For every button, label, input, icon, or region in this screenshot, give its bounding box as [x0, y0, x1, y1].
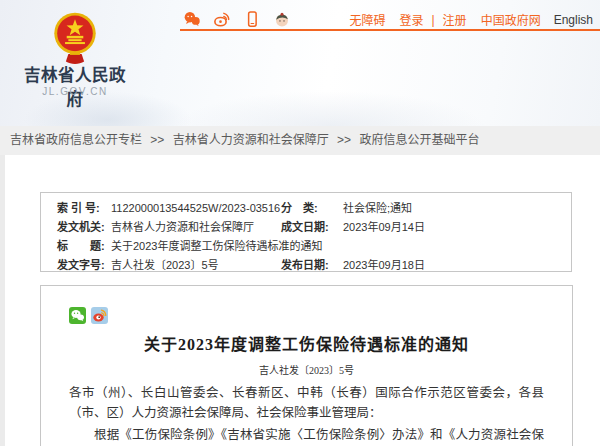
breadcrumb-item-hr-dept[interactable]: 吉林省人力资源和社会保障厅	[173, 133, 329, 147]
topbar-divider: |	[431, 13, 434, 27]
mascot-icon[interactable]	[273, 10, 291, 28]
page-left-edge	[0, 155, 5, 446]
article-paragraph-basis: 根据《工伤保险条例》《吉林省实施〈工伤保险条例〉办法》和《人力资源社会保障部关于…	[69, 426, 544, 446]
meta-row: 标 题: 关于2023年度调整工伤保险待遇标准的通知	[57, 238, 571, 257]
national-emblem-logo	[50, 11, 100, 69]
social-icons	[183, 10, 291, 28]
china-gov-link[interactable]: 中国政府网	[481, 11, 541, 28]
article-paragraph-recipients: 各市（州）、长白山管委会、长春新区、中韩（长春）国际合作示范区管委会，各县（市、…	[69, 384, 544, 423]
meta-label-title: 标 题:	[57, 238, 109, 257]
breadcrumb-separator: >>	[337, 133, 351, 147]
meta-label-doc-number: 发文字号:	[57, 257, 109, 276]
mobile-icon[interactable]	[243, 10, 261, 28]
article-title: 关于2023年度调整工伤保险待遇标准的通知	[69, 331, 544, 355]
weibo-share-icon[interactable]	[91, 307, 108, 324]
meta-label-issuer: 发文机关:	[57, 219, 109, 238]
breadcrumb-separator: >>	[150, 133, 164, 147]
weibo-icon[interactable]	[213, 10, 231, 28]
site-domain: JL.GOV.CN	[17, 86, 133, 97]
meta-label-index: 索 引 号:	[57, 200, 109, 219]
article-box: 关于2023年度调整工伤保险待遇标准的通知 吉人社发〔2023〕5号 各市（州）…	[40, 285, 573, 446]
breadcrumb-item-platform[interactable]: 政府信息公开基础平台	[359, 133, 479, 147]
meta-value-category: 社会保险;通知	[341, 200, 571, 219]
wechat-icon[interactable]	[183, 10, 201, 28]
meta-value-publish-date: 2023年09月18日	[341, 257, 571, 276]
meta-row: 发文机关: 吉林省人力资源和社会保障厅 成文日期: 2023年09月14日	[57, 219, 571, 238]
meta-value-index: 1122000013544525W/2023-03516	[109, 200, 281, 219]
meta-row: 索 引 号: 1122000013544525W/2023-03516 分 类:…	[57, 200, 571, 219]
share-icons	[69, 307, 544, 324]
site-header: 吉林省人民政府 JL.GOV.CN	[0, 0, 600, 126]
meta-label-publish-date: 发布日期:	[281, 257, 341, 276]
meta-value-doc-number: 吉人社发〔2023〕5号	[109, 257, 281, 276]
breadcrumb: 吉林省政府信息公开专栏 >> 吉林省人力资源和社会保障厅 >> 政府信息公开基础…	[0, 126, 600, 155]
meta-value-written-date: 2023年09月14日	[341, 219, 571, 238]
page: 吉林省人民政府 JL.GOV.CN	[0, 0, 600, 446]
topbar-links: 无障碍 登录 | 注册 中国政府网 English	[335, 11, 593, 28]
meta-value-title: 关于2023年度调整工伤保险待遇标准的通知	[109, 238, 571, 257]
english-link[interactable]: English	[554, 13, 593, 27]
article-doc-number: 吉人社发〔2023〕5号	[69, 362, 544, 377]
login-link[interactable]: 登录	[399, 11, 423, 28]
meta-label-category: 分 类:	[281, 200, 341, 219]
wechat-share-icon[interactable]	[69, 307, 86, 324]
header-accent-line	[180, 29, 600, 31]
meta-label-written-date: 成文日期:	[281, 219, 341, 238]
accessibility-link[interactable]: 无障碍	[349, 11, 385, 28]
meta-row: 发文字号: 吉人社发〔2023〕5号 发布日期: 2023年09月18日	[57, 257, 571, 276]
document-meta-box: 索 引 号: 1122000013544525W/2023-03516 分 类:…	[40, 192, 572, 272]
breadcrumb-item-open-gov[interactable]: 吉林省政府信息公开专栏	[10, 133, 142, 147]
register-link[interactable]: 注册	[443, 11, 467, 28]
meta-value-issuer: 吉林省人力资源和社会保障厅	[109, 219, 281, 238]
